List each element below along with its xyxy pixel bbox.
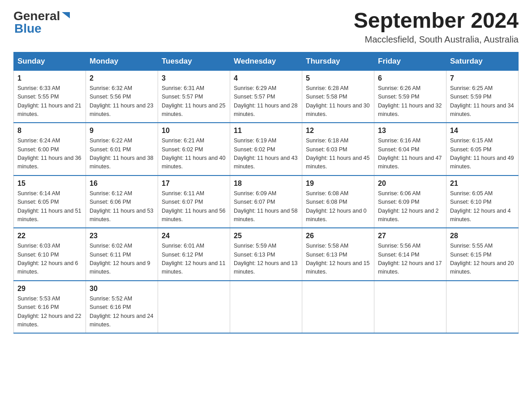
page-header: General Blue September 2024 Macclesfield… <box>13 9 519 45</box>
calendar-day-cell: 1 Sunrise: 6:33 AMSunset: 5:55 PMDayligh… <box>14 70 86 123</box>
calendar-day-cell: 19 Sunrise: 6:08 AMSunset: 6:08 PMDaylig… <box>302 176 374 228</box>
calendar-day-cell: 29 Sunrise: 5:53 AMSunset: 6:16 PMDaylig… <box>14 281 86 334</box>
day-number: 15 <box>17 180 82 188</box>
day-info: Sunrise: 6:08 AMSunset: 6:08 PMDaylight:… <box>306 190 367 223</box>
day-info: Sunrise: 6:03 AMSunset: 6:10 PMDaylight:… <box>17 243 78 275</box>
calendar-day-cell: 23 Sunrise: 6:02 AMSunset: 6:11 PMDaylig… <box>86 228 158 281</box>
day-number: 14 <box>450 127 515 135</box>
day-number: 9 <box>90 127 154 135</box>
day-info: Sunrise: 6:31 AMSunset: 5:57 PMDaylight:… <box>162 85 225 117</box>
calendar-day-cell: 4 Sunrise: 6:29 AMSunset: 5:57 PMDayligh… <box>230 70 302 123</box>
day-info: Sunrise: 5:58 AMSunset: 6:13 PMDaylight:… <box>306 243 369 275</box>
day-info: Sunrise: 6:12 AMSunset: 6:06 PMDaylight:… <box>90 190 153 223</box>
day-info: Sunrise: 6:06 AMSunset: 6:09 PMDaylight:… <box>378 190 439 223</box>
calendar-day-cell: 24 Sunrise: 6:01 AMSunset: 6:12 PMDaylig… <box>158 228 230 281</box>
calendar-day-cell: 15 Sunrise: 6:14 AMSunset: 6:05 PMDaylig… <box>14 176 86 228</box>
day-info: Sunrise: 6:09 AMSunset: 6:07 PMDaylight:… <box>234 190 297 223</box>
calendar-day-cell: 26 Sunrise: 5:58 AMSunset: 6:13 PMDaylig… <box>302 228 374 281</box>
day-info: Sunrise: 6:22 AMSunset: 6:01 PMDaylight:… <box>90 137 153 170</box>
calendar-day-cell: 16 Sunrise: 6:12 AMSunset: 6:06 PMDaylig… <box>86 176 158 228</box>
calendar-day-cell: 17 Sunrise: 6:11 AMSunset: 6:07 PMDaylig… <box>158 176 230 228</box>
day-info: Sunrise: 6:19 AMSunset: 6:02 PMDaylight:… <box>234 137 297 170</box>
day-number: 21 <box>450 180 515 188</box>
calendar-week-row: 22 Sunrise: 6:03 AMSunset: 6:10 PMDaylig… <box>14 228 519 281</box>
day-info: Sunrise: 5:59 AMSunset: 6:13 PMDaylight:… <box>234 243 297 275</box>
day-info: Sunrise: 6:18 AMSunset: 6:03 PMDaylight:… <box>306 137 369 170</box>
calendar-day-cell <box>158 281 230 334</box>
day-number: 26 <box>306 232 370 240</box>
calendar-day-cell: 12 Sunrise: 6:18 AMSunset: 6:03 PMDaylig… <box>302 123 374 176</box>
day-number: 7 <box>450 74 515 82</box>
day-number: 20 <box>378 180 442 188</box>
day-info: Sunrise: 6:01 AMSunset: 6:12 PMDaylight:… <box>162 243 225 275</box>
calendar-day-cell <box>302 281 374 334</box>
day-number: 28 <box>450 232 515 240</box>
header-wednesday: Wednesday <box>230 52 302 70</box>
day-number: 3 <box>162 74 226 82</box>
day-info: Sunrise: 6:25 AMSunset: 5:59 PMDaylight:… <box>450 85 514 117</box>
day-number: 30 <box>90 285 154 293</box>
day-number: 13 <box>378 127 442 135</box>
calendar-day-cell: 2 Sunrise: 6:32 AMSunset: 5:56 PMDayligh… <box>86 70 158 123</box>
calendar-day-cell: 20 Sunrise: 6:06 AMSunset: 6:09 PMDaylig… <box>374 176 446 228</box>
calendar-day-cell: 28 Sunrise: 5:55 AMSunset: 6:15 PMDaylig… <box>446 228 519 281</box>
day-number: 11 <box>234 127 298 135</box>
calendar-day-cell: 3 Sunrise: 6:31 AMSunset: 5:57 PMDayligh… <box>158 70 230 123</box>
header-saturday: Saturday <box>446 52 519 70</box>
day-info: Sunrise: 6:26 AMSunset: 5:59 PMDaylight:… <box>378 85 442 117</box>
day-info: Sunrise: 5:52 AMSunset: 6:16 PMDaylight:… <box>90 295 153 328</box>
title-area: September 2024 Macclesfield, South Austr… <box>354 9 519 45</box>
day-number: 24 <box>162 232 226 240</box>
day-number: 5 <box>306 74 370 82</box>
calendar-day-cell: 9 Sunrise: 6:22 AMSunset: 6:01 PMDayligh… <box>86 123 158 176</box>
day-info: Sunrise: 6:28 AMSunset: 5:58 PMDaylight:… <box>306 85 369 117</box>
day-info: Sunrise: 5:53 AMSunset: 6:16 PMDaylight:… <box>17 295 81 328</box>
logo: General Blue <box>13 9 71 36</box>
header-thursday: Thursday <box>302 52 374 70</box>
logo-blue-text: Blue <box>14 21 42 36</box>
day-number: 23 <box>90 232 154 240</box>
day-number: 1 <box>17 74 82 82</box>
day-number: 27 <box>378 232 442 240</box>
month-year-title: September 2024 <box>354 9 519 33</box>
calendar-day-cell: 25 Sunrise: 5:59 AMSunset: 6:13 PMDaylig… <box>230 228 302 281</box>
location-subtitle: Macclesfield, South Australia, Australia <box>354 34 519 45</box>
calendar-day-cell: 6 Sunrise: 6:26 AMSunset: 5:59 PMDayligh… <box>374 70 446 123</box>
day-info: Sunrise: 5:55 AMSunset: 6:15 PMDaylight:… <box>450 243 514 275</box>
day-number: 25 <box>234 232 298 240</box>
calendar-day-cell: 30 Sunrise: 5:52 AMSunset: 6:16 PMDaylig… <box>86 281 158 334</box>
calendar-day-cell: 8 Sunrise: 6:24 AMSunset: 6:00 PMDayligh… <box>14 123 86 176</box>
day-number: 10 <box>162 127 226 135</box>
calendar-day-cell: 10 Sunrise: 6:21 AMSunset: 6:02 PMDaylig… <box>158 123 230 176</box>
calendar-week-row: 29 Sunrise: 5:53 AMSunset: 6:16 PMDaylig… <box>14 281 519 334</box>
calendar-day-cell: 21 Sunrise: 6:05 AMSunset: 6:10 PMDaylig… <box>446 176 519 228</box>
calendar-day-cell: 18 Sunrise: 6:09 AMSunset: 6:07 PMDaylig… <box>230 176 302 228</box>
day-number: 17 <box>162 180 226 188</box>
header-monday: Monday <box>86 52 158 70</box>
day-number: 22 <box>17 232 82 240</box>
day-info: Sunrise: 6:32 AMSunset: 5:56 PMDaylight:… <box>90 85 153 117</box>
calendar-day-cell <box>230 281 302 334</box>
day-number: 6 <box>378 74 442 82</box>
calendar-day-cell: 11 Sunrise: 6:19 AMSunset: 6:02 PMDaylig… <box>230 123 302 176</box>
day-number: 29 <box>17 285 82 293</box>
logo-arrow-icon <box>61 10 71 20</box>
header-friday: Friday <box>374 52 446 70</box>
day-number: 4 <box>234 74 298 82</box>
day-number: 2 <box>90 74 154 82</box>
svg-marker-0 <box>62 12 70 18</box>
calendar-day-cell: 13 Sunrise: 6:16 AMSunset: 6:04 PMDaylig… <box>374 123 446 176</box>
calendar-day-cell: 14 Sunrise: 6:15 AMSunset: 6:05 PMDaylig… <box>446 123 519 176</box>
day-info: Sunrise: 6:15 AMSunset: 6:05 PMDaylight:… <box>450 137 514 170</box>
calendar-week-row: 15 Sunrise: 6:14 AMSunset: 6:05 PMDaylig… <box>14 176 519 228</box>
day-info: Sunrise: 6:21 AMSunset: 6:02 PMDaylight:… <box>162 137 225 170</box>
day-info: Sunrise: 6:33 AMSunset: 5:55 PMDaylight:… <box>17 85 81 117</box>
day-number: 12 <box>306 127 370 135</box>
day-info: Sunrise: 6:11 AMSunset: 6:07 PMDaylight:… <box>162 190 225 223</box>
calendar-week-row: 1 Sunrise: 6:33 AMSunset: 5:55 PMDayligh… <box>14 70 519 123</box>
day-number: 18 <box>234 180 298 188</box>
day-info: Sunrise: 6:16 AMSunset: 6:04 PMDaylight:… <box>378 137 442 170</box>
calendar-day-cell <box>374 281 446 334</box>
day-info: Sunrise: 6:24 AMSunset: 6:00 PMDaylight:… <box>17 137 81 170</box>
calendar-week-row: 8 Sunrise: 6:24 AMSunset: 6:00 PMDayligh… <box>14 123 519 176</box>
